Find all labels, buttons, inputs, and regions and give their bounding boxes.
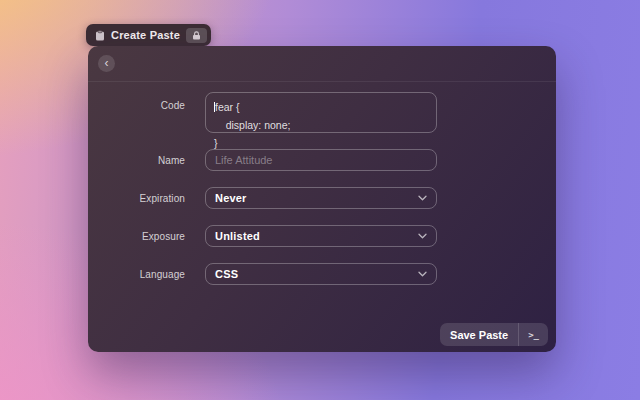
language-select[interactable]: CSS xyxy=(205,263,437,285)
language-value: CSS xyxy=(215,268,238,280)
save-paste-button[interactable]: Save Paste >_ xyxy=(440,323,548,346)
desktop-background: Create Paste ‹ Code fear { display: none… xyxy=(0,0,640,400)
paste-app-icon xyxy=(95,30,105,41)
expiration-row: Expiration Never xyxy=(88,187,556,209)
language-row: Language CSS xyxy=(88,263,556,285)
lock-button[interactable] xyxy=(186,28,207,43)
expiration-value: Never xyxy=(215,192,247,204)
language-label: Language xyxy=(88,269,205,280)
code-text: fear { display: none; } xyxy=(214,101,290,149)
exposure-label: Exposure xyxy=(88,231,205,242)
name-input[interactable] xyxy=(205,149,437,171)
code-row: Code fear { display: none; } xyxy=(88,92,556,133)
exposure-value: Unlisted xyxy=(215,230,260,242)
code-label: Code xyxy=(88,92,205,111)
name-label: Name xyxy=(88,155,205,166)
save-paste-label: Save Paste xyxy=(440,329,518,341)
window-tab-create-paste[interactable]: Create Paste xyxy=(86,24,211,46)
paste-form: Code fear { display: none; } Name Expira… xyxy=(88,82,556,285)
chevron-down-icon xyxy=(418,195,427,201)
expiration-select[interactable]: Never xyxy=(205,187,437,209)
window-footer: Save Paste >_ xyxy=(440,323,548,346)
window-header: ‹ xyxy=(88,46,556,82)
back-chevron-icon: ‹ xyxy=(105,57,109,69)
create-paste-window: ‹ Code fear { display: none; } Name xyxy=(88,46,556,352)
code-textarea[interactable]: fear { display: none; } xyxy=(205,92,437,133)
lock-icon xyxy=(192,31,201,40)
back-button[interactable]: ‹ xyxy=(98,55,115,72)
tab-title: Create Paste xyxy=(111,29,180,41)
chevron-down-icon xyxy=(418,271,427,277)
terminal-shortcut-icon: >_ xyxy=(518,323,548,346)
chevron-down-icon xyxy=(418,233,427,239)
expiration-label: Expiration xyxy=(88,193,205,204)
name-row: Name xyxy=(88,149,556,171)
exposure-select[interactable]: Unlisted xyxy=(205,225,437,247)
exposure-row: Exposure Unlisted xyxy=(88,225,556,247)
